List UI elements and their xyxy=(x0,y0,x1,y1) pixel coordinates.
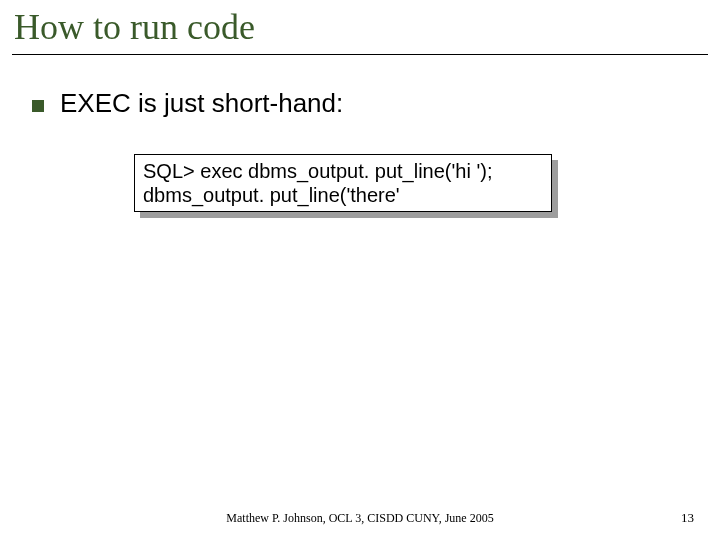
code-line-1: SQL> exec dbms_output. put_line('hi '); xyxy=(143,159,543,183)
slide: How to run code EXEC is just short-hand:… xyxy=(0,0,720,540)
bullet-text: EXEC is just short-hand: xyxy=(60,88,343,119)
code-box: SQL> exec dbms_output. put_line('hi '); … xyxy=(134,154,552,212)
footer-text: Matthew P. Johnson, OCL 3, CISDD CUNY, J… xyxy=(0,511,720,526)
slide-title: How to run code xyxy=(12,6,708,48)
bullet-row: EXEC is just short-hand: xyxy=(32,88,343,119)
bullet-icon xyxy=(32,100,44,112)
page-number: 13 xyxy=(681,510,694,526)
title-container: How to run code xyxy=(12,6,708,55)
code-line-2: dbms_output. put_line('there' xyxy=(143,183,543,207)
